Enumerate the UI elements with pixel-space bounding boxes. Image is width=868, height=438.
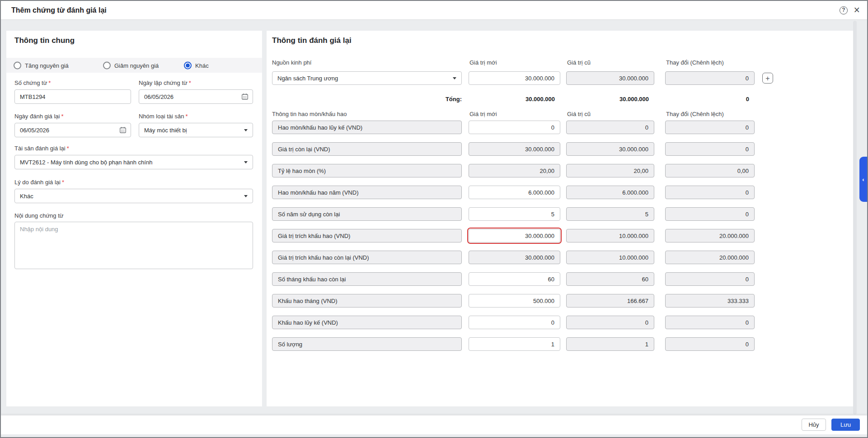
required-mark: *	[48, 79, 51, 86]
save-button[interactable]: Lưu	[831, 419, 860, 431]
reval-date-label: Ngày đánh giá lại*	[14, 113, 64, 120]
vertical-scrollbar[interactable]	[853, 21, 857, 415]
asset-group-label: Nhóm loại tài sản*	[139, 113, 188, 120]
old-value-cell: 0	[566, 316, 654, 329]
radio-label: Khác	[195, 62, 209, 69]
cancel-button[interactable]: Hủy	[802, 419, 826, 431]
dialog-titlebar: Thêm chứng từ đánh giá lại ? ×	[1, 1, 867, 20]
doc-date-label: Ngày lập chứng từ*	[139, 79, 191, 86]
new-value-cell: 20,00	[469, 164, 560, 177]
total-label: Tổng:	[272, 96, 462, 103]
old-value-cell: 30.000.000	[566, 142, 654, 156]
row-label: Số tháng khấu hao còn lại	[272, 272, 462, 286]
doc-date-input[interactable]: 06/05/2026	[139, 89, 253, 104]
row-label: Giá trị trích khấu hao (VND)	[272, 229, 462, 242]
calendar-icon[interactable]	[119, 126, 127, 134]
funding-diff-value: 0	[665, 71, 755, 85]
old-value-column-header: Giá trị cũ	[567, 59, 591, 66]
diff-value-cell: 333.333	[665, 294, 755, 308]
row-label: Giá trị còn lại (VND)	[272, 142, 462, 156]
dialog-footer: Hủy Lưu	[1, 415, 867, 434]
collapse-chevron-icon: ‹	[862, 176, 864, 183]
doc-number-label: Số chứng từ*	[14, 79, 51, 86]
depreciation-row: Số lượng 1 1 0	[267, 337, 854, 351]
content-textarea[interactable]	[14, 222, 253, 269]
depreciation-row: Hao mòn/khấu hao năm (VND) 6.000.000 6.0…	[267, 186, 854, 199]
radio-other[interactable]: Khác	[184, 61, 209, 69]
funding-new-value-input[interactable]: 30.000.000	[469, 71, 560, 85]
depreciation-row: Số tháng khấu hao còn lại 60 60 0	[267, 272, 854, 286]
row-label: Số năm sử dụng còn lại	[272, 207, 462, 221]
add-funding-row-button[interactable]: +	[762, 73, 773, 84]
close-icon[interactable]: ×	[854, 5, 860, 15]
new-value-cell[interactable]: 5	[469, 207, 560, 221]
row-label: Giá trị trích khấu hao còn lại (VND)	[272, 251, 462, 264]
old-value-cell: 20,00	[566, 164, 654, 177]
dialog-title: Thêm chứng từ đánh giá lại	[11, 1, 107, 20]
old-value-cell: 6.000.000	[566, 186, 654, 199]
depreciation-row: Giá trị còn lại (VND) 30.000.000 30.000.…	[267, 142, 854, 156]
collapse-panel-handle[interactable]: ‹	[859, 157, 867, 202]
revaluation-section-title: Thông tin đánh giá lại	[272, 36, 352, 45]
reason-select[interactable]: Khác	[14, 189, 253, 203]
depreciation-row: Khấu hao lũy kế (VND) 0 0 0	[267, 316, 854, 329]
old-value-cell: 166.667	[566, 294, 654, 308]
funding-source-column-header: Nguồn kinh phí	[272, 59, 311, 66]
required-mark: *	[185, 113, 188, 120]
row-label: Tỷ lệ hao mòn (%)	[272, 164, 462, 177]
new-value-cell[interactable]: 30.000.000	[469, 229, 560, 242]
diff-column-header: Thay đổi (Chênh lệch)	[666, 111, 724, 117]
content-label: Nội dung chứng từ	[14, 212, 63, 219]
radio-decrease-cost[interactable]: Giảm nguyên giá	[103, 61, 159, 69]
radio-increase-cost[interactable]: Tăng nguyên giá	[14, 61, 69, 69]
new-value-cell[interactable]: 0	[469, 316, 560, 329]
general-info-panel: Thông tin chung Tăng nguyên giá Giảm ngu…	[6, 31, 262, 406]
row-label: Khấu hao lũy kế (VND)	[272, 316, 462, 329]
new-value-cell[interactable]: 500.000	[469, 294, 560, 308]
depreciation-row: Giá trị trích khấu hao còn lại (VND) 30.…	[267, 251, 854, 264]
new-value-cell[interactable]: 1	[469, 337, 560, 351]
funding-source-select[interactable]: Ngân sách Trung ương	[272, 71, 462, 85]
calendar-icon[interactable]	[241, 93, 249, 100]
funding-old-value: 30.000.000	[566, 71, 654, 85]
reval-date-input[interactable]: 06/05/2026	[14, 123, 131, 137]
diff-value-cell: 0	[665, 142, 755, 156]
new-value-column-header: Giá trị mới	[469, 59, 497, 66]
new-value-column-header: Giá trị mới	[469, 111, 497, 117]
radio-icon	[184, 61, 192, 69]
total-old-value: 30.000.000	[566, 96, 649, 103]
depreciation-row: Hao mòn/khấu hao lũy kế (VND) 0 0 0	[267, 121, 854, 134]
new-value-cell[interactable]: 60	[469, 272, 560, 286]
row-label: Số lượng	[272, 337, 462, 351]
required-mark: *	[189, 79, 191, 86]
new-value-cell: 30.000.000	[469, 142, 560, 156]
depreciation-row: Khấu hao tháng (VND) 500.000 166.667 333…	[267, 294, 854, 308]
old-value-cell: 60	[566, 272, 654, 286]
chevron-down-icon	[244, 195, 248, 197]
depreciation-row: Giá trị trích khấu hao (VND) 30.000.000 …	[267, 229, 854, 242]
diff-value-cell: 0	[665, 337, 755, 351]
radio-label: Tăng nguyên giá	[25, 62, 69, 69]
diff-column-header: Thay đổi (Chênh lệch)	[666, 59, 724, 66]
radio-icon	[14, 61, 21, 69]
doc-number-input[interactable]: MTB1294	[14, 89, 131, 104]
depreciation-section-header: Thông tin hao mòn/khấu hao	[272, 111, 347, 117]
new-value-cell[interactable]: 0	[469, 121, 560, 134]
row-label: Khấu hao tháng (VND)	[272, 294, 462, 308]
revaluation-info-panel: Thông tin đánh giá lại Nguồn kinh phí Gi…	[267, 31, 854, 406]
help-icon[interactable]: ?	[840, 6, 848, 14]
diff-value-cell: 0	[665, 272, 755, 286]
new-value-cell[interactable]: 6.000.000	[469, 186, 560, 199]
row-label: Hao mòn/khấu hao lũy kế (VND)	[272, 121, 462, 134]
general-section-title: Thông tin chung	[14, 36, 75, 45]
asset-group-select[interactable]: Máy móc thiết bị	[139, 123, 253, 137]
radio-icon	[103, 61, 111, 69]
diff-value-cell: 20.000.000	[665, 251, 755, 264]
diff-value-cell: 0	[665, 121, 755, 134]
old-value-column-header: Giá trị cũ	[567, 111, 591, 117]
diff-value-cell: 20.000.000	[665, 229, 755, 242]
asset-select[interactable]: MVT2612 - Máy tính dùng cho bộ phạn hành…	[14, 155, 253, 169]
diff-value-cell: 0	[665, 186, 755, 199]
chevron-down-icon	[244, 129, 248, 131]
chevron-down-icon	[244, 161, 248, 163]
